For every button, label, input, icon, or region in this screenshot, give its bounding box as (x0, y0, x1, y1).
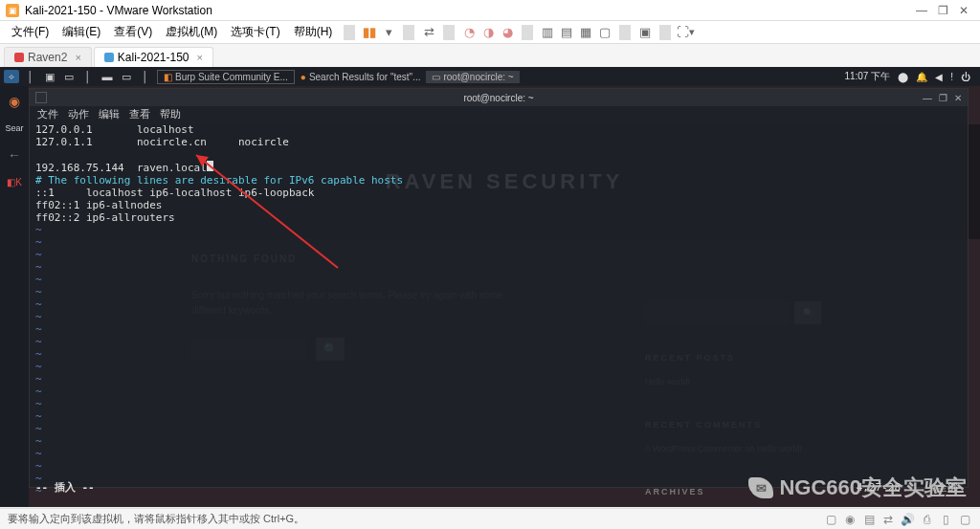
menu-vm[interactable]: 虚拟机(M) (160, 22, 223, 42)
tab-label: Raven2 (28, 51, 67, 64)
term-menu-edit[interactable]: 编辑 (99, 107, 120, 121)
snapshot-manage-icon[interactable]: ◕ (499, 24, 516, 41)
line: ff02::2 ip6-allrouters (35, 211, 175, 224)
tilde-line: ~ (35, 249, 42, 261)
menu-tabs[interactable]: 选项卡(T) (225, 22, 285, 42)
term-menu-help[interactable]: 帮助 (160, 107, 181, 121)
tab-kali[interactable]: Kali-2021-150 × (94, 47, 213, 67)
tilde-line: ~ (35, 348, 42, 361)
clock[interactable]: 11:07 下午 (844, 70, 890, 83)
tilde-line: ~ (35, 410, 42, 423)
vmware-status-bar: 要将输入定向到该虚拟机，请将鼠标指针移入其中或按 Ctrl+G。 ▢ ◉ ▤ ⇄… (0, 508, 980, 529)
close-button[interactable]: ✕ (953, 4, 974, 17)
net-icon[interactable]: ▤ (861, 513, 877, 526)
term-menu-action[interactable]: 动作 (68, 107, 89, 121)
menu-view[interactable]: 查看(V) (108, 22, 158, 42)
kali-panel: ⟡ │ ▣ ▭ │ ▬ ▭ │ ◧Burp Suite Community E.… (0, 67, 980, 86)
line: 192.168.75.144 raven.local (35, 162, 207, 174)
send-key-icon[interactable]: ⇄ (420, 24, 437, 41)
tab-raven2[interactable]: Raven2 × (4, 47, 92, 67)
tilde-line: ~ (35, 336, 42, 348)
maximize-button[interactable]: ❐ (932, 4, 953, 17)
menu-file[interactable]: 文件(F) (6, 22, 55, 42)
back-icon[interactable]: ← (3, 143, 26, 166)
layout2-icon[interactable]: ▤ (558, 24, 575, 41)
files-icon[interactable]: ▣ (42, 70, 57, 83)
minimize-icon[interactable]: — (922, 92, 933, 103)
menu-help[interactable]: 帮助(H) (288, 22, 339, 42)
bookmark-icon[interactable]: ◧K (3, 170, 26, 193)
close-icon[interactable]: × (75, 52, 80, 63)
line: 127.0.0.1 localhost (35, 123, 194, 136)
term-menu-view[interactable]: 查看 (129, 107, 150, 121)
tilde-line: ~ (35, 448, 42, 460)
usb-icon[interactable]: ⇄ (880, 513, 896, 526)
cd-icon[interactable]: ◉ (842, 513, 858, 526)
tilde-line: ~ (35, 236, 42, 249)
terminal-window[interactable]: root@nocircle: ~ — ❐ ✕ 文件 动作 编辑 查看 帮助 12… (29, 88, 969, 488)
tray-icon[interactable]: ⬤ (898, 72, 908, 82)
guest-display[interactable]: ⟡ │ ▣ ▭ │ ▬ ▭ │ ◧Burp Suite Community E.… (0, 67, 980, 507)
panel-sep-icon: │ (80, 70, 96, 83)
terminal-title-text: root@nocircle: ~ (463, 93, 533, 103)
browser-sidebar: ◉ Sear ← ◧K (0, 86, 29, 507)
vmware-icon: ▣ (6, 4, 19, 17)
dropdown-icon[interactable]: ▾ (380, 24, 397, 41)
tilde-line: ~ (35, 286, 42, 298)
tilde-line: ~ (35, 460, 42, 473)
unity-icon[interactable]: ⛶▾ (677, 24, 694, 41)
tab-label: Kali-2021-150 (118, 51, 189, 64)
fullscreen-icon[interactable]: ▣ (636, 24, 654, 41)
line: 127.0.1.1 nocircle.cn nocircle (35, 136, 289, 148)
terminal-menu-icon[interactable] (35, 92, 47, 103)
vm-icon (104, 53, 114, 62)
task-terminal[interactable]: ▭root@nocircle: ~ (426, 71, 519, 83)
close-icon[interactable]: ✕ (952, 92, 964, 103)
layout3-icon[interactable]: ▦ (577, 24, 594, 41)
layout4-icon[interactable]: ▢ (596, 24, 613, 41)
maximize-icon[interactable]: ❐ (937, 92, 948, 103)
power-icon[interactable]: ⏻ (961, 72, 970, 82)
task-firefox[interactable]: ●Search Results for "test"... (295, 71, 427, 83)
kali-logo-icon[interactable]: ⟡ (4, 70, 19, 83)
tilde-line: ~ (35, 423, 42, 435)
close-icon[interactable]: × (197, 52, 203, 63)
terminal-body[interactable]: 127.0.0.1 localhost 127.0.1.1 nocircle.c… (30, 121, 968, 499)
task-burp[interactable]: ◧Burp Suite Community E... (157, 70, 295, 84)
volume-icon[interactable]: ◀ (935, 72, 943, 82)
disk-icon[interactable]: ▢ (823, 513, 838, 526)
vm-icon (14, 53, 24, 62)
snapshot-revert-icon[interactable]: ◑ (479, 24, 497, 41)
term-menu-file[interactable]: 文件 (37, 107, 58, 121)
notification-icon[interactable]: 🔔 (916, 72, 927, 82)
wechat-icon: ✉ (748, 477, 773, 498)
printer-icon[interactable]: ⎙ (919, 513, 934, 526)
tilde-line: ~ (35, 274, 42, 286)
tilde-line: ~ (35, 323, 42, 336)
message-icon[interactable]: ▢ (957, 513, 972, 526)
system-tray: 11:07 下午 ⬤ 🔔 ◀ ! ⏻ (844, 70, 976, 83)
menu-edit[interactable]: 编辑(E) (56, 22, 106, 42)
tilde-line: ~ (35, 398, 42, 410)
vmware-tab-strip: Raven2 × Kali-2021-150 × (0, 44, 980, 67)
tilde-line: ~ (35, 311, 42, 323)
more-icon[interactable]: ▯ (938, 513, 953, 526)
watermark-text: NGC660安全实验室 (779, 474, 967, 502)
snapshot-icon[interactable]: ◔ (460, 24, 478, 41)
pause-icon[interactable]: ▮▮ (361, 24, 378, 41)
vmware-menubar: 文件(F) 编辑(E) 查看(V) 虚拟机(M) 选项卡(T) 帮助(H) ▮▮… (0, 21, 980, 44)
workspace1-icon[interactable]: ▬ (100, 70, 115, 83)
watermark: ✉ NGC660安全实验室 (748, 474, 967, 502)
layout1-icon[interactable]: ▥ (539, 24, 556, 41)
minimize-button[interactable]: — (911, 4, 932, 17)
network-icon[interactable]: ! (950, 72, 953, 82)
workspace2-icon[interactable]: ▭ (119, 70, 134, 83)
panel-sep-icon: │ (138, 70, 153, 83)
sound-icon[interactable]: 🔊 (900, 513, 915, 526)
app-icon[interactable]: ▭ (61, 70, 77, 83)
panel-sep-icon: │ (23, 70, 38, 83)
terminal-menubar: 文件 动作 编辑 查看 帮助 (30, 106, 968, 121)
tilde-line: ~ (35, 386, 42, 398)
terminal-titlebar[interactable]: root@nocircle: ~ — ❐ ✕ (30, 89, 968, 106)
line: ff02::1 ip6-allnodes (35, 199, 162, 211)
